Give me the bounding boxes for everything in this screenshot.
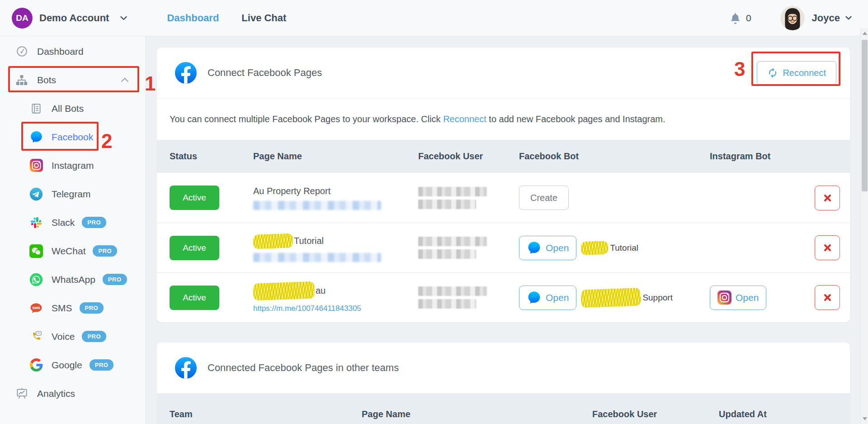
sidebar: Dashboard Bots All Bots Facebook (0, 36, 146, 424)
chevron-up-icon (121, 77, 129, 82)
sidebar-item-all-bots[interactable]: All Bots (0, 94, 145, 123)
description-text: You can connect multiple Facebook Pages … (170, 114, 443, 124)
svg-text:SMS: SMS (32, 306, 40, 310)
scrollbar[interactable] (860, 28, 868, 424)
pro-badge: PRO (103, 274, 127, 285)
account-switcher[interactable]: Demo Account (39, 12, 127, 24)
pro-badge: PRO (82, 217, 106, 228)
other-teams-card: Connected Facebook Pages in other teams … (157, 343, 850, 424)
pages-table-header: Status Page Name Facebook User Facebook … (157, 140, 850, 173)
connect-facebook-pages-card: Connect Facebook Pages Reconnect You can… (157, 48, 850, 322)
page-name: Au Property Report (253, 186, 418, 196)
reconnect-button[interactable]: Reconnect (757, 61, 836, 85)
table-row: Active Au Property Report Create (157, 173, 850, 223)
column-header-facebook-bot: Facebook Bot (519, 151, 710, 162)
open-facebook-bot-button[interactable]: Open (519, 286, 576, 310)
slack-icon (28, 216, 44, 229)
scroll-up-arrow[interactable] (863, 32, 867, 35)
description-text: to add new Facebook pages and Instagram. (486, 114, 665, 124)
sidebar-item-sms[interactable]: SMS SMS PRO (0, 294, 145, 322)
bell-icon[interactable] (729, 11, 741, 24)
pro-badge: PRO (93, 245, 117, 257)
sidebar-item-label: Bots (37, 75, 56, 86)
status-badge: Active (170, 286, 219, 310)
reconnect-button-label: Reconnect (783, 68, 826, 78)
delete-page-button[interactable] (815, 235, 840, 260)
column-header-page-name: Page Name (362, 409, 592, 419)
voice-icon (28, 330, 44, 343)
open-facebook-bot-button[interactable]: Open (519, 236, 576, 260)
messenger-icon (28, 130, 44, 144)
page-title: Connect Facebook Pages (208, 67, 322, 79)
tab-live-chat[interactable]: Live Chat (241, 12, 286, 24)
redacted-page-link (253, 201, 381, 210)
close-icon (824, 294, 831, 301)
account-avatar[interactable]: DA (12, 8, 33, 29)
facebook-bot-name: Support (642, 293, 673, 303)
whatsapp-icon (28, 273, 44, 286)
column-header-facebook-user: Facebook User (418, 151, 519, 162)
sidebar-item-google[interactable]: Google PRO (0, 351, 145, 379)
main-content: Connect Facebook Pages Reconnect You can… (146, 36, 868, 424)
delete-page-button[interactable] (815, 186, 840, 210)
chevron-down-icon[interactable] (845, 16, 852, 20)
sidebar-item-label: Analytics (37, 388, 75, 399)
close-icon (824, 244, 831, 252)
redacted-facebook-user (418, 286, 519, 309)
google-icon (28, 358, 44, 372)
sidebar-item-wechat[interactable]: WeChat PRO (0, 237, 145, 265)
redacted-facebook-user (418, 187, 519, 209)
redaction-scribble (253, 281, 315, 300)
sidebar-item-bots[interactable]: Bots (0, 66, 145, 94)
redacted-page-link (253, 253, 381, 262)
sidebar-item-label: WeChat (52, 246, 85, 257)
account-name: Demo Account (39, 12, 109, 24)
topbar-right: 0 Joyce (729, 6, 852, 30)
column-header-team: Team (157, 409, 362, 419)
refresh-icon (767, 67, 778, 78)
telegram-icon (28, 187, 44, 201)
sidebar-item-whatsapp[interactable]: WhatsApp PRO (0, 265, 145, 294)
messenger-icon (527, 240, 542, 255)
sidebar-item-voice[interactable]: Voice PRO (0, 322, 145, 351)
pro-badge: PRO (82, 331, 106, 342)
reconnect-link[interactable]: Reconnect (443, 114, 486, 124)
delete-page-button[interactable] (815, 285, 840, 310)
sidebar-item-analytics[interactable]: Analytics (0, 379, 145, 408)
close-icon (824, 194, 831, 202)
sidebar-item-facebook[interactable]: Facebook (0, 123, 145, 151)
open-button-label: Open (546, 243, 569, 253)
sidebar-item-label: Dashboard (37, 46, 84, 57)
sidebar-item-label: Instagram (52, 160, 94, 171)
scroll-down-arrow[interactable] (863, 417, 867, 420)
open-button-label: Open (546, 292, 569, 303)
open-button-label: Open (736, 292, 759, 303)
page-link[interactable]: https://m.me/100746411843305 (253, 304, 418, 313)
create-bot-button[interactable]: Create (519, 186, 569, 210)
column-header-updated-at: Updated At (719, 409, 850, 419)
topbar: DA Demo Account Dashboard Live Chat 0 (0, 0, 868, 36)
column-header-instagram-bot: Instagram Bot (710, 151, 805, 162)
sidebar-item-telegram[interactable]: Telegram (0, 180, 145, 208)
sidebar-item-dashboard[interactable]: Dashboard (0, 37, 145, 66)
sidebar-item-label: WhatsApp (52, 274, 95, 285)
top-nav: Dashboard Live Chat (167, 12, 286, 24)
sidebar-item-label: All Bots (52, 103, 84, 114)
open-instagram-bot-button[interactable]: Open (710, 286, 766, 310)
sidebar-item-label: Facebook (52, 132, 93, 143)
facebook-icon (175, 62, 197, 84)
connect-card-header: Connect Facebook Pages Reconnect (157, 48, 850, 98)
sidebar-item-instagram[interactable]: Instagram (0, 151, 145, 180)
column-header-facebook-user: Facebook User (592, 409, 719, 419)
facebook-bot-name: Tutorial (610, 243, 638, 253)
sidebar-item-slack[interactable]: Slack PRO (0, 208, 145, 237)
user-name: Joyce (812, 12, 840, 24)
scrollbar-thumb[interactable] (862, 40, 868, 191)
sidebar-item-label: Slack (52, 217, 75, 228)
instagram-icon (717, 291, 731, 305)
sidebar-item-label: Google (52, 360, 82, 371)
tab-dashboard[interactable]: Dashboard (167, 12, 219, 24)
page-name: Tutorial (294, 236, 324, 246)
user-avatar[interactable] (780, 6, 805, 30)
redaction-scribble (581, 240, 609, 255)
